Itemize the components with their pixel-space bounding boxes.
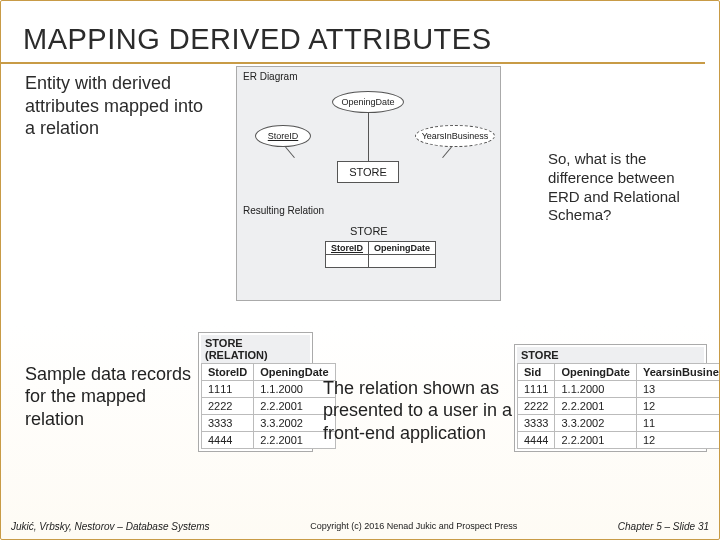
- attr-openingdate-oval: OpeningDate: [332, 91, 404, 113]
- entity-store-rect: STORE: [337, 161, 399, 183]
- slide-footer: Jukić, Vrbsky, Nestorov – Database Syste…: [1, 517, 719, 535]
- er-diagram-figure: ER Diagram StoreID OpeningDate YearsInBu…: [236, 66, 501, 301]
- store-relation-table: StoreID OpeningDate 11111.1.2000 22222.2…: [201, 363, 336, 449]
- store-relation-title: STORE (RELATION): [201, 335, 310, 363]
- desc-entity-mapped: Entity with derived attributes mapped in…: [25, 72, 205, 140]
- store-view-table: Sid OpeningDate YearsinBusiness 11111.1.…: [517, 363, 720, 449]
- store-view-table-wrap: STORE Sid OpeningDate YearsinBusiness 11…: [514, 344, 707, 452]
- slide-content: Entity with derived attributes mapped in…: [1, 64, 719, 494]
- attr-yearsinbusiness-oval: YearsInBusiness: [415, 125, 495, 147]
- footer-slide-number: Chapter 5 – Slide 31: [618, 521, 709, 532]
- resulting-relation-label: Resulting Relation: [243, 205, 324, 216]
- desc-question-erd-vs-relational: So, what is the difference between ERD a…: [548, 150, 703, 225]
- footer-authors: Jukić, Vrbsky, Nestorov – Database Syste…: [11, 521, 210, 532]
- desc-sample-records: Sample data records for the mapped relat…: [25, 363, 195, 431]
- relation-name: STORE: [350, 225, 388, 237]
- attr-storeid-oval: StoreID: [255, 125, 311, 147]
- er-diagram-label: ER Diagram: [243, 71, 297, 82]
- footer-copyright: Copyright (c) 2016 Nenad Jukic and Prosp…: [310, 521, 517, 531]
- relation-schema-table: StoreID OpeningDate: [325, 241, 436, 268]
- store-relation-table-wrap: STORE (RELATION) StoreID OpeningDate 111…: [198, 332, 313, 452]
- desc-frontend-view: The relation shown as presented to a use…: [323, 377, 513, 445]
- slide-title: MAPPING DERIVED ATTRIBUTES: [1, 1, 705, 64]
- store-view-title: STORE: [517, 347, 704, 363]
